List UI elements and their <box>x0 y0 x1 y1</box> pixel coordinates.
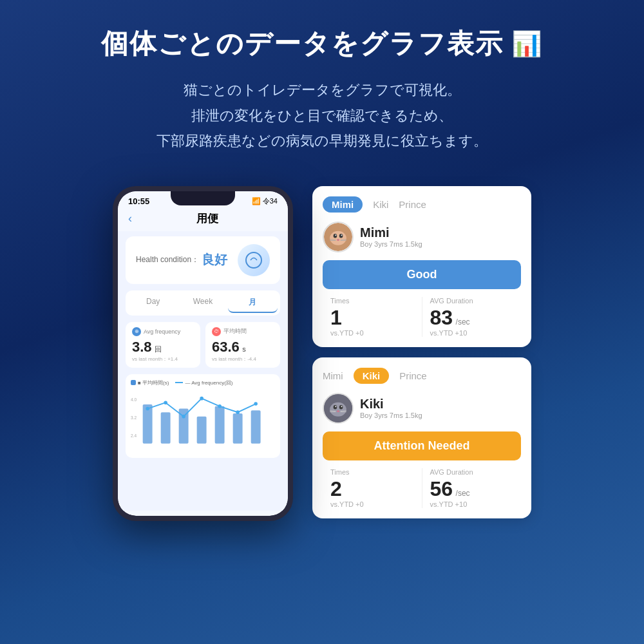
svg-point-22 <box>334 234 337 238</box>
svg-rect-5 <box>161 412 171 444</box>
cards-panel: Mimi Kiki Prince <box>312 186 531 518</box>
svg-point-32 <box>330 402 346 417</box>
period-tabs: Day Week 月 <box>126 290 280 316</box>
stats-row: ⊕ Avg frequency 3.8 回 vs last month：+1.4… <box>126 322 280 368</box>
avatar-mimi <box>323 222 354 252</box>
subtitle: 猫ごとのトイレデータをグラフで可視化。 排泄の変化をひと目で確認できるため、 下… <box>26 77 618 154</box>
pet-info-kiki: Kiki Boy 3yrs 7ms 1.5kg <box>323 393 521 424</box>
card1-tab-kiki[interactable]: Kiki <box>373 199 388 210</box>
subtitle-line2: 排泄の変化をひと目で確認できるため、 <box>26 103 618 129</box>
status-btn-attention[interactable]: Attention Needed <box>323 431 521 460</box>
legend-line: — Avg frequency(回) <box>175 379 232 386</box>
avg-label-kiki: AVG Duration <box>430 468 514 476</box>
card1-tabs: Mimi Kiki Prince <box>323 196 521 213</box>
svg-point-24 <box>335 234 336 236</box>
svg-point-23 <box>339 234 343 238</box>
svg-point-12 <box>164 401 167 404</box>
title-text: 個体ごとのデータをグラフ表示 <box>101 26 504 62</box>
svg-rect-7 <box>197 416 207 443</box>
card2-tabs: Mimi Kiki Prince <box>323 368 521 384</box>
dur-sub: vs last month：-4.4 <box>212 355 274 363</box>
times-value: 1 <box>330 307 414 328</box>
avg-unit-kiki: /sec <box>456 489 470 498</box>
times-value-kiki: 2 <box>330 478 414 499</box>
pet-details-kiki: Kiki Boy 3yrs 7ms 1.5kg <box>360 397 521 419</box>
times-change: vs.YTD +0 <box>330 329 414 337</box>
chart-svg: 4.0 3.2 2.4 <box>131 390 275 455</box>
phone-header: ‹ 用便 <box>118 209 288 231</box>
card2-tab-prince[interactable]: Prince <box>399 370 427 381</box>
legend-line-icon <box>175 382 183 383</box>
content-area: 10:55 📶 令34 ‹ 用便 Health condition： 良好 <box>0 167 644 540</box>
phone-screen: 10:55 📶 令34 ‹ 用便 Health condition： 良好 <box>118 191 288 516</box>
phone-notch <box>171 191 235 205</box>
metric-avg-kiki: AVG Duration 56 /sec vs.YTD +10 <box>422 468 522 508</box>
avg-label: AVG Duration <box>430 297 514 305</box>
metric-times-mimi: Times 1 vs.YTD +0 <box>323 297 422 337</box>
avatar-kiki <box>323 393 354 424</box>
main-title: 個体ごとのデータをグラフ表示 📊 <box>26 26 618 62</box>
svg-rect-9 <box>233 413 243 444</box>
card2-tab-kiki[interactable]: Kiki <box>354 368 390 384</box>
avg-change-kiki: vs.YTD +10 <box>430 500 514 508</box>
pet-name-kiki: Kiki <box>360 397 521 412</box>
stat-card-frequency: ⊕ Avg frequency 3.8 回 vs last month：+1.4 <box>126 322 200 368</box>
svg-rect-8 <box>215 406 225 444</box>
svg-point-36 <box>339 405 343 409</box>
svg-point-37 <box>335 406 336 407</box>
phone-screen-title: 用便 <box>137 211 278 226</box>
freq-sub: vs last month：+1.4 <box>132 355 194 363</box>
card1-tab-mimi[interactable]: Mimi <box>323 196 363 213</box>
pet-info-mimi: Mimi Boy 3yrs 7ms 1.5kg <box>323 222 521 252</box>
chart-legend: ■ 平均時間(s) — Avg frequency(回) <box>131 379 275 386</box>
status-btn-good[interactable]: Good <box>323 260 521 289</box>
phone-time: 10:55 <box>128 196 149 206</box>
phone-mockup: 10:55 📶 令34 ‹ 用便 Health condition： 良好 <box>113 186 293 521</box>
svg-point-15 <box>218 404 222 408</box>
svg-point-11 <box>146 407 149 411</box>
avg-change: vs.YTD +10 <box>430 329 514 337</box>
avg-unit: /sec <box>456 317 470 327</box>
chart-area: ■ 平均時間(s) — Avg frequency(回) 4.0 3.2 2.4 <box>126 374 280 458</box>
card2-tab-mimi[interactable]: Mimi <box>323 370 343 381</box>
freq-icon: ⊕ <box>132 327 141 336</box>
avg-value: 83 <box>430 306 453 329</box>
svg-text:3.2: 3.2 <box>131 415 137 420</box>
times-change-kiki: vs.YTD +0 <box>330 500 414 508</box>
metric-avg-mimi: AVG Duration 83 /sec vs.YTD +10 <box>422 297 522 337</box>
tab-month[interactable]: 月 <box>228 293 278 313</box>
legend-bar-icon <box>131 380 136 385</box>
avg-value-kiki: 56 <box>430 477 453 500</box>
times-label-kiki: Times <box>330 468 414 476</box>
header-section: 個体ごとのデータをグラフ表示 📊 猫ごとのトイレデータをグラフで可視化。 排泄の… <box>0 0 644 167</box>
chart-icon: 📊 <box>511 30 543 58</box>
svg-point-17 <box>254 402 258 406</box>
dur-label: 平均時間 <box>223 327 247 336</box>
svg-text:4.0: 4.0 <box>131 397 137 402</box>
svg-text:2.4: 2.4 <box>131 433 137 438</box>
pet-details-mimi: Mimi Boy 3yrs 7ms 1.5kg <box>360 225 521 248</box>
phone-signal: 📶 令34 <box>252 196 278 206</box>
card1-tab-prince[interactable]: Prince <box>399 199 426 210</box>
back-icon[interactable]: ‹ <box>128 212 132 225</box>
svg-point-16 <box>236 410 240 414</box>
svg-point-0 <box>246 252 261 268</box>
legend-bar: ■ 平均時間(s) <box>131 379 169 386</box>
tab-week[interactable]: Week <box>178 293 227 313</box>
svg-point-25 <box>341 234 343 236</box>
metrics-row-mimi: Times 1 vs.YTD +0 AVG Duration 83 /sec v… <box>323 297 521 337</box>
pet-card-mimi: Mimi Kiki Prince <box>312 186 531 347</box>
svg-point-38 <box>341 406 343 407</box>
stat-card-duration: ⏱ 平均時間 63.6 s vs last month：-4.4 <box>205 322 280 368</box>
svg-point-35 <box>334 405 337 409</box>
pet-meta-mimi: Boy 3yrs 7ms 1.5kg <box>360 240 521 248</box>
pet-meta-kiki: Boy 3yrs 7ms 1.5kg <box>360 412 521 419</box>
health-value: 良好 <box>202 251 227 269</box>
svg-rect-10 <box>251 410 261 443</box>
freq-label: Avg frequency <box>144 328 180 335</box>
metric-times-kiki: Times 2 vs.YTD +0 <box>323 468 422 508</box>
health-condition-card: Health condition： 良好 <box>126 236 280 284</box>
svg-point-13 <box>182 415 185 419</box>
subtitle-line3: 下部尿路疾患などの病気の早期発見に役立ちます。 <box>26 128 618 154</box>
tab-day[interactable]: Day <box>128 293 178 313</box>
